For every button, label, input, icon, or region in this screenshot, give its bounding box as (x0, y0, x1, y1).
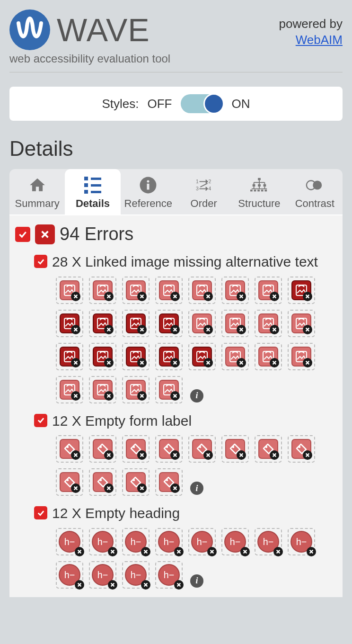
error-close-icon (237, 325, 246, 334)
issue-label-icon[interactable] (122, 435, 150, 463)
info-button[interactable]: i (190, 574, 203, 588)
issue-image-icon[interactable] (288, 343, 315, 370)
issue-label-icon[interactable] (56, 435, 83, 463)
issue-image-icon[interactable] (56, 376, 83, 403)
error-close-icon (108, 547, 117, 556)
issue-image-icon[interactable] (155, 310, 183, 337)
issue-image-icon[interactable] (288, 277, 315, 304)
issue-label-icon[interactable] (288, 435, 315, 463)
tab-summary[interactable]: Summary (9, 169, 65, 215)
webaim-link[interactable]: WebAIM (296, 33, 343, 47)
issue-image-icon[interactable] (221, 310, 249, 337)
issue-heading-icon[interactable]: h− (56, 561, 83, 589)
issue-image-icon[interactable] (122, 310, 150, 337)
svg-text:h−: h− (164, 569, 174, 580)
tab-label: Details (67, 197, 118, 210)
tab-reference[interactable]: Reference (121, 169, 176, 215)
issue-image-icon[interactable] (89, 310, 116, 337)
svg-point-64 (265, 446, 267, 448)
error-subgroup: 12 X Empty form label i (15, 412, 337, 496)
subgroup-checkbox[interactable] (34, 255, 47, 268)
issue-image-icon[interactable] (155, 343, 183, 370)
issue-heading-icon[interactable]: h− (255, 528, 282, 555)
issue-heading-icon[interactable]: h− (89, 528, 116, 555)
svg-text:3: 3 (196, 186, 199, 191)
error-close-icon (203, 450, 213, 460)
svg-point-67 (100, 479, 102, 481)
issue-image-icon[interactable] (255, 310, 282, 337)
svg-text:2: 2 (208, 179, 211, 184)
issue-label-icon[interactable] (56, 468, 83, 496)
order-arrows-icon: 1 2 3 4 (178, 176, 229, 195)
svg-text:h−: h− (131, 569, 141, 580)
styles-panel: Styles: OFF ON (9, 87, 343, 121)
issue-image-icon[interactable] (188, 310, 216, 337)
issue-image-icon[interactable] (221, 277, 249, 304)
error-close-icon (104, 391, 114, 401)
subgroup-header: 12 X Empty form label (34, 412, 337, 430)
issue-label-icon[interactable] (155, 468, 183, 496)
issue-image-icon[interactable] (122, 376, 150, 403)
issue-heading-icon[interactable]: h− (122, 561, 150, 589)
error-subgroup: 28 X Linked image missing alternative te… (15, 253, 337, 403)
issue-heading-icon[interactable]: h− (155, 528, 183, 555)
issue-image-icon[interactable] (255, 343, 282, 370)
svg-point-59 (100, 446, 102, 448)
issue-label-icon[interactable] (188, 435, 216, 463)
svg-text:h−: h− (230, 536, 240, 546)
svg-text:h−: h− (263, 536, 273, 546)
tab-order[interactable]: 1 2 3 4 Order (176, 169, 231, 215)
issue-image-icon[interactable] (288, 310, 315, 337)
issue-image-icon[interactable] (188, 343, 216, 370)
issue-image-icon[interactable] (89, 343, 116, 370)
errors-checkbox[interactable] (15, 227, 30, 242)
issue-label-icon[interactable] (122, 468, 150, 496)
error-close-icon (71, 325, 80, 334)
issue-label-icon[interactable] (89, 435, 116, 463)
subgroup-label: 12 X Empty form label (52, 412, 192, 430)
issue-image-icon[interactable] (56, 310, 83, 337)
error-close-icon (270, 292, 279, 301)
issue-heading-icon[interactable]: h− (188, 528, 216, 555)
issue-heading-icon[interactable]: h− (89, 561, 116, 589)
error-close-icon (203, 358, 213, 367)
tab-contrast[interactable]: Contrast (287, 169, 343, 215)
svg-text:h−: h− (296, 536, 307, 546)
subgroup-checkbox[interactable] (34, 414, 47, 427)
issue-image-icon[interactable] (188, 277, 216, 304)
issue-image-icon[interactable] (89, 376, 116, 403)
issue-heading-icon[interactable]: h− (221, 528, 249, 555)
issue-label-icon[interactable] (155, 435, 183, 463)
issue-image-icon[interactable] (255, 277, 282, 304)
error-close-icon (207, 547, 217, 556)
issue-label-icon[interactable] (255, 435, 282, 463)
tab-label: Reference (123, 197, 174, 210)
tab-details[interactable]: Details (65, 169, 120, 215)
issue-heading-icon[interactable]: h− (155, 561, 183, 589)
issue-image-icon[interactable] (221, 343, 249, 370)
error-close-icon (141, 547, 150, 556)
issue-label-icon[interactable] (221, 435, 249, 463)
issue-label-icon[interactable] (89, 468, 116, 496)
error-close-icon (237, 292, 246, 301)
svg-point-68 (133, 479, 135, 481)
issue-image-icon[interactable] (155, 277, 183, 304)
tab-structure[interactable]: Structure (231, 169, 287, 215)
issue-image-icon[interactable] (89, 277, 116, 304)
info-button[interactable]: i (190, 482, 203, 495)
error-close-icon (170, 292, 180, 301)
issue-heading-icon[interactable]: h− (122, 528, 150, 555)
issue-image-icon[interactable] (155, 376, 183, 403)
error-close-icon (303, 358, 312, 367)
svg-line-6 (200, 183, 207, 187)
issue-image-icon[interactable] (122, 277, 150, 304)
issue-heading-icon[interactable]: h− (288, 528, 315, 555)
styles-toggle[interactable] (181, 94, 223, 113)
issue-image-icon[interactable] (122, 343, 150, 370)
issue-image-icon[interactable] (56, 277, 83, 304)
info-button[interactable]: i (190, 389, 203, 402)
issue-heading-icon[interactable]: h− (56, 528, 83, 555)
issue-image-icon[interactable] (56, 343, 83, 370)
subgroup-checkbox[interactable] (34, 506, 47, 519)
error-close-icon (104, 358, 114, 367)
